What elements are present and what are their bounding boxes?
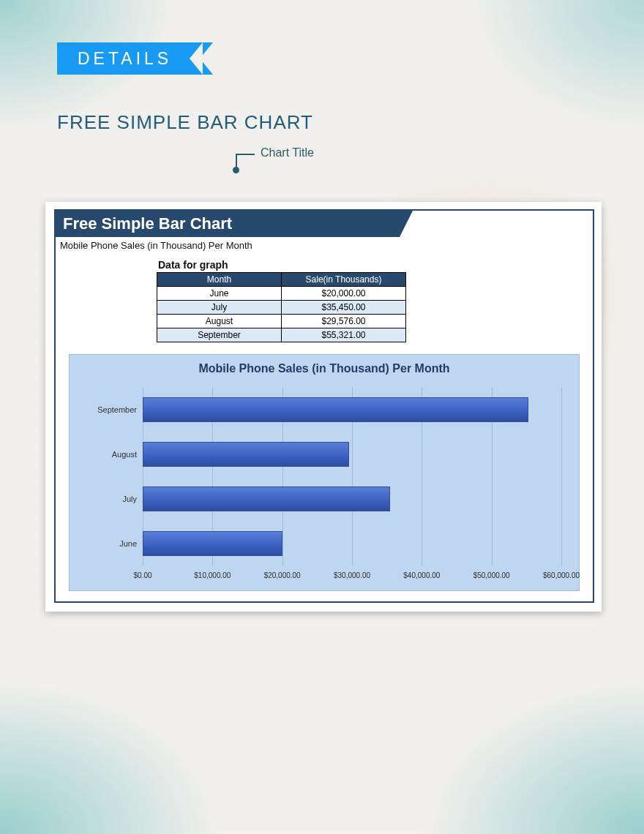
- callout-chart-title: Chart Title: [261, 146, 314, 159]
- card-inner: Free Simple Bar Chart Mobile Phone Sales…: [54, 209, 594, 603]
- chart-x-tick: $50,000.00: [473, 571, 510, 579]
- table-cell: August: [157, 315, 282, 328]
- chart-box: Mobile Phone Sales (in Thousand) Per Mon…: [69, 354, 580, 591]
- table-row: September $55,321.00: [157, 328, 406, 342]
- chart-bar: [143, 487, 390, 511]
- table-row: July $35,450.00: [157, 301, 406, 315]
- card-title-band: Free Simple Bar Chart: [56, 211, 400, 237]
- details-ribbon: DETAILS: [57, 42, 200, 75]
- chart-x-tick: $40,000.00: [403, 571, 440, 579]
- table-header: Month: [157, 273, 282, 287]
- card-title: Free Simple Bar Chart: [63, 214, 232, 233]
- table-row: June $20,000.00: [157, 287, 406, 301]
- callout-line: [236, 154, 237, 168]
- chart-x-tick: $0.00: [133, 571, 151, 579]
- table-cell: $29,576.00: [282, 315, 406, 328]
- chart-x-tick: $20,000.00: [264, 571, 301, 579]
- table-cell: July: [157, 301, 282, 315]
- section-title: FREE SIMPLE BAR CHART: [57, 111, 313, 134]
- chart-y-label: June: [119, 539, 137, 548]
- table-cell: June: [157, 287, 282, 301]
- ribbon-label: DETAILS: [78, 49, 172, 68]
- table-header: Sale(in Thousands): [282, 273, 406, 287]
- table-cell: $20,000.00: [282, 287, 406, 301]
- chart-x-tick: $30,000.00: [334, 571, 370, 579]
- template-card: Free Simple Bar Chart Mobile Phone Sales…: [45, 202, 602, 612]
- chart-y-label: September: [97, 405, 137, 414]
- table-cell: $35,450.00: [282, 301, 406, 315]
- callout-line: [236, 154, 255, 155]
- chart-x-axis: $0.00$10,000.00$20,000.00$30,000.00$40,0…: [143, 571, 561, 583]
- chart-y-label: August: [112, 450, 137, 459]
- chart-y-label: July: [122, 495, 137, 503]
- chart-bar: [143, 442, 349, 467]
- table-title: Data for graph: [158, 259, 228, 271]
- chart-title: Mobile Phone Sales (in Thousand) Per Mon…: [70, 355, 579, 380]
- table-cell: September: [157, 328, 282, 342]
- chart-x-tick: $60,000.00: [543, 571, 580, 579]
- card-subtitle: Mobile Phone Sales (in Thousand) Per Mon…: [60, 240, 252, 251]
- chart-bar: [143, 397, 528, 422]
- chart-plot-area: SeptemberAugustJulyJune: [143, 387, 561, 566]
- table-cell: $55,321.00: [282, 328, 406, 342]
- chart-x-tick: $10,000.00: [194, 571, 231, 579]
- chart-gridline: [561, 387, 562, 566]
- table-row: August $29,576.00: [157, 315, 406, 328]
- chart-bar: [143, 531, 282, 556]
- data-table: Month Sale(in Thousands) June $20,000.00…: [157, 272, 406, 342]
- table-header-row: Month Sale(in Thousands): [157, 273, 406, 287]
